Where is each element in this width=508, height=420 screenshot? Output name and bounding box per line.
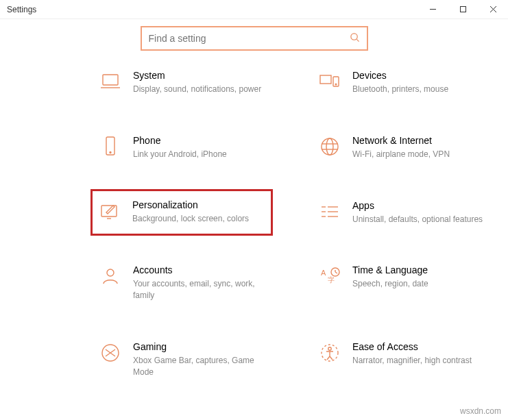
globe-icon: [318, 135, 341, 158]
time-lang-icon: A字: [318, 264, 341, 288]
close-button[interactable]: [478, 0, 508, 19]
window-controls: [418, 0, 508, 19]
settings-item-apps[interactable]: Apps Uninstall, defaults, optional featu…: [315, 197, 487, 228]
svg-rect-6: [103, 75, 118, 85]
settings-item-time-language[interactable]: A字 Time & Language Speech, region, date: [315, 262, 487, 304]
settings-item-subtitle: Background, lock screen, colors: [132, 213, 265, 225]
search-box[interactable]: [141, 26, 368, 51]
settings-item-subtitle: Bluetooth, printers, mouse: [352, 84, 484, 95]
titlebar: Settings: [0, 0, 508, 19]
settings-item-subtitle: Your accounts, email, sync, work, family: [133, 278, 265, 301]
settings-item-system[interactable]: System Display, sound, notifications, po…: [96, 67, 267, 98]
svg-text:A: A: [321, 269, 326, 277]
svg-rect-8: [320, 75, 331, 84]
settings-item-title: Time & Language: [352, 264, 484, 275]
watermark: wsxdn.com: [460, 406, 501, 416]
svg-point-13: [322, 138, 338, 155]
svg-rect-1: [460, 7, 465, 12]
minimize-button[interactable]: [418, 0, 448, 19]
settings-item-network[interactable]: Network & Internet Wi-Fi, airplane mode,…: [315, 132, 487, 163]
settings-item-title: Accounts: [133, 264, 265, 275]
settings-grid: System Display, sound, notifications, po…: [96, 67, 508, 381]
search-icon: [350, 32, 360, 45]
apps-icon: [318, 200, 341, 223]
settings-item-title: Network & Internet: [352, 135, 484, 146]
svg-point-14: [326, 138, 333, 155]
ease-access-icon: [318, 341, 341, 365]
svg-point-4: [350, 34, 356, 40]
laptop-icon: [99, 70, 122, 93]
settings-item-subtitle: Link your Android, iPhone: [133, 149, 265, 160]
svg-point-25: [107, 269, 114, 276]
settings-item-title: Devices: [352, 70, 484, 81]
settings-item-title: Phone: [133, 135, 265, 146]
svg-line-30: [335, 272, 337, 273]
settings-item-title: Ease of Access: [352, 341, 484, 352]
settings-item-title: Gaming: [133, 341, 265, 352]
svg-point-10: [335, 84, 337, 85]
maximize-button[interactable]: [448, 0, 478, 19]
accounts-icon: [99, 264, 122, 288]
settings-item-gaming[interactable]: Gaming Xbox Game Bar, captures, Game Mod…: [96, 338, 267, 381]
devices-icon: [318, 70, 341, 93]
settings-item-subtitle: Wi-Fi, airplane mode, VPN: [352, 149, 484, 160]
settings-item-subtitle: Speech, region, date: [352, 278, 484, 290]
settings-item-title: System: [133, 70, 265, 81]
settings-item-devices[interactable]: Devices Bluetooth, printers, mouse: [315, 67, 487, 98]
settings-item-subtitle: Uninstall, defaults, optional features: [352, 214, 484, 225]
settings-item-subtitle: Narrator, magnifier, high contrast: [352, 355, 484, 367]
svg-point-12: [110, 151, 111, 153]
settings-item-subtitle: Xbox Game Bar, captures, Game Mode: [133, 355, 265, 378]
settings-item-ease-access[interactable]: Ease of Access Narrator, magnifier, high…: [315, 338, 487, 381]
svg-point-33: [328, 347, 331, 350]
settings-item-title: Apps: [352, 200, 484, 211]
settings-item-title: Personalization: [132, 199, 265, 210]
settings-item-accounts[interactable]: Accounts Your accounts, email, sync, wor…: [96, 262, 267, 304]
settings-item-personalization[interactable]: Personalization Background, lock screen,…: [90, 189, 273, 236]
settings-item-phone[interactable]: Phone Link your Android, iPhone: [96, 132, 267, 163]
search-input[interactable]: [149, 33, 350, 44]
settings-item-subtitle: Display, sound, notifications, power: [133, 84, 265, 95]
gaming-icon: [99, 341, 122, 365]
svg-line-5: [356, 39, 359, 41]
phone-icon: [99, 135, 122, 158]
personalize-icon: [98, 199, 121, 223]
svg-text:字: 字: [328, 276, 335, 284]
window-title: Settings: [7, 5, 36, 14]
